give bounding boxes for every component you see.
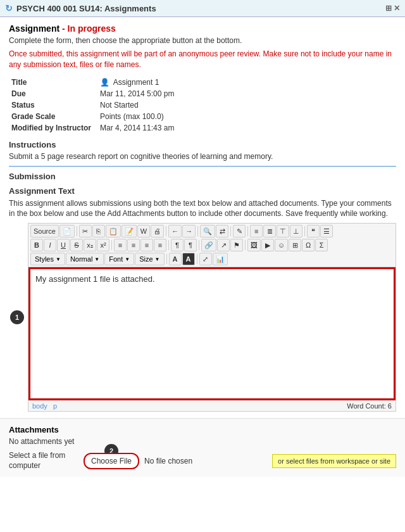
title-value: 👤 Assignment 1 [97,77,396,88]
title-row: Title 👤 Assignment 1 [9,77,396,88]
instructions-text: Submit a 5 page research report on cogni… [9,152,396,161]
status-label: Status [9,99,97,111]
sep9 [199,240,199,250]
bold-button[interactable]: B [30,239,43,251]
paste-word-button[interactable]: W [137,225,150,238]
source-button[interactable]: Source [30,225,59,238]
image-button[interactable]: 🖼 [247,239,261,251]
subscript-button[interactable]: x₂ [84,239,96,251]
anchor-button[interactable]: ⚑ [230,239,243,251]
special-char-button[interactable]: Ω [302,239,315,251]
math-button[interactable]: Σ [315,239,328,251]
attachments-title: Attachments [9,425,396,434]
details-table: Title 👤 Assignment 1 Due Mar 11, 2014 5:… [9,77,396,134]
grade-label: Grade Scale [9,111,97,122]
step1-circle: 1 [10,310,24,324]
cut-button[interactable]: ✂ [79,225,92,238]
editor-toolbar: Source 📄 ✂ ⎘ 📋 📝 W 🖨 ← → 🔍 [28,224,396,267]
warning-text: Once submitted, this assignment will be … [9,49,396,70]
sep1 [77,226,77,236]
maximize-button[interactable]: ⤢ [199,253,212,265]
strike-button[interactable]: S [70,239,83,251]
no-attachments-text: No attachments yet [9,437,396,446]
blockquote-button[interactable]: ❝ [307,225,320,238]
spell-button[interactable]: ✎ [233,225,246,238]
superscript-button[interactable]: x² [97,239,109,251]
ol-button[interactable]: ≡ [250,225,263,238]
ul-button[interactable]: ≣ [263,225,276,238]
sep2 [166,226,166,236]
editor-wrapper: 1 Source 📄 ✂ ⎘ 📋 📝 W 🖨 ← [28,223,396,412]
refresh-icon: ↻ [5,3,13,13]
sep4 [230,226,231,236]
unlink-button[interactable]: ↗ [217,239,230,251]
submission-section: Submission Assignment Text This assignme… [9,172,396,412]
flash-button[interactable]: ▶ [261,239,274,251]
toolbar-row-1: Source 📄 ✂ ⎘ 📋 📝 W 🖨 ← → 🔍 [30,225,394,238]
sep3 [197,226,198,236]
align-left-button[interactable]: ≡ [114,239,127,251]
due-value: Mar 11, 2014 5:00 pm [97,88,396,99]
more-button[interactable]: ☰ [320,225,333,238]
find-button[interactable]: 🔍 [200,225,215,238]
align-center-button[interactable]: ≡ [127,239,140,251]
font-dropdown[interactable]: Font ▼ [104,253,134,265]
attachments-section: Attachments No attachments yet Select a … [0,418,405,477]
sep10 [245,240,246,250]
body-link[interactable]: body [32,402,47,410]
paste-button[interactable]: 📋 [106,225,121,238]
align-justify-button[interactable]: ≡ [154,239,166,251]
editor-container: Source 📄 ✂ ⎘ 📋 📝 W 🖨 ← → 🔍 [28,223,396,412]
redo-button[interactable]: → [182,225,196,238]
find-replace-button[interactable]: ⇄ [216,225,228,238]
underline-button[interactable]: U [57,239,70,251]
table-button[interactable]: ⊞ [289,239,301,251]
file-icon[interactable]: 📄 [59,225,75,238]
assignment-text-desc: This assignment allows submissions using… [9,198,396,220]
status-value: Not Started [97,99,396,111]
sep7 [111,240,112,250]
sep11 [166,254,167,264]
ltr-button[interactable]: ¶ [171,239,184,251]
instructions-title: Instructions [9,140,396,149]
paste-text-button[interactable]: 📝 [122,225,137,238]
size-dropdown[interactable]: Size ▼ [135,253,164,265]
p-link[interactable]: p [53,402,57,410]
person-icon: 👤 [100,78,109,87]
align-right-button[interactable]: ≡ [140,239,153,251]
assignment-label: Assignment [9,23,59,34]
italic-button[interactable]: I [44,239,56,251]
word-count: Word Count: 6 [347,402,392,410]
outdent-button[interactable]: ⊥ [290,225,302,238]
styles-dropdown[interactable]: Styles ▼ [30,253,65,265]
rtl-button[interactable]: ¶ [184,239,197,251]
indent-button[interactable]: ⊤ [277,225,289,238]
link-button[interactable]: 🔗 [201,239,216,251]
copy-button[interactable]: ⎘ [92,225,105,238]
sep12 [197,254,197,264]
editor-area[interactable]: My assignment 1 file is attached. [28,267,396,400]
title-bar: ↻ PSYCH 400 001 SU14: Assignments ⊞ ✕ [0,0,405,17]
format-dropdown[interactable]: Normal ▼ [66,253,104,265]
chart-button[interactable]: 📊 [213,253,228,265]
due-label: Due [9,88,97,99]
font-color-button[interactable]: A [169,253,182,265]
grade-row: Grade Scale Points (max 100.0) [9,111,396,122]
external-icon[interactable]: ⊞ ✕ [385,4,400,13]
choose-file-button[interactable]: Choose File [84,453,139,469]
toolbar-row-3: Styles ▼ Normal ▼ Font ▼ Size [30,253,394,265]
styles-arrow: ▼ [56,256,61,262]
modified-label: Modified by Instructor [9,122,97,134]
print-button[interactable]: 🖨 [151,225,164,238]
workspace-button[interactable]: or select files from workspace or site [272,454,396,468]
due-row: Due Mar 11, 2014 5:00 pm [9,88,396,99]
assignment-status: - In progress [62,23,116,34]
toolbar-row-2: B I U S x₂ x² ≡ ≡ ≡ ≡ ¶ ¶ [30,239,394,251]
sep6 [304,226,305,236]
smiley-button[interactable]: ☺ [275,239,288,251]
sep5 [247,226,248,236]
editor-footer: body p Word Count: 6 [28,400,396,411]
highlight-color-button[interactable]: A [182,253,195,265]
no-file-text: No file chosen [144,457,192,466]
undo-button[interactable]: ← [168,225,182,238]
